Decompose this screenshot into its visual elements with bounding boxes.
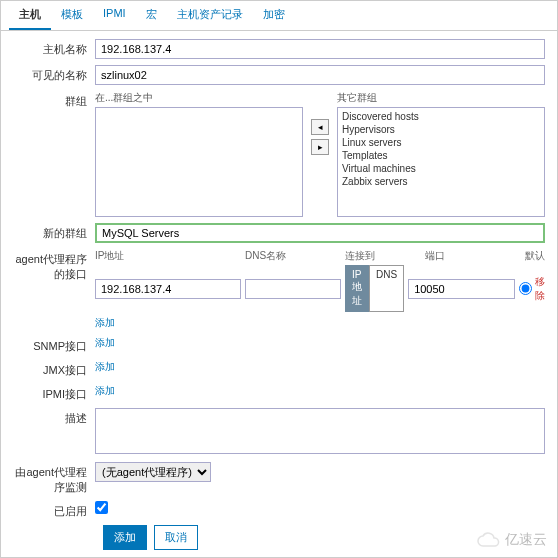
newgroup-label: 新的群组 (9, 223, 95, 241)
list-item[interactable]: Virtual machines (340, 162, 542, 175)
groups-label: 群组 (9, 91, 95, 109)
col-connect: 连接到 (345, 249, 425, 263)
cancel-button[interactable]: 取消 (154, 525, 198, 550)
ip-input[interactable] (95, 279, 241, 299)
watermark: 亿速云 (477, 531, 547, 549)
add-agent-link[interactable]: 添加 (95, 316, 545, 330)
hostname-input[interactable] (95, 39, 545, 59)
connect-ip-button[interactable]: IP地址 (345, 265, 369, 312)
list-item[interactable]: Zabbix servers (340, 175, 542, 188)
default-radio[interactable] (519, 282, 532, 295)
snmp-label: SNMP接口 (9, 336, 95, 354)
add-jmx-link[interactable]: 添加 (95, 361, 115, 372)
ingroups-label: 在...群组之中 (95, 91, 303, 105)
tab-encryption[interactable]: 加密 (253, 1, 295, 30)
list-item[interactable]: Hypervisors (340, 123, 542, 136)
tab-host[interactable]: 主机 (9, 1, 51, 30)
tab-templates[interactable]: 模板 (51, 1, 93, 30)
enabled-checkbox[interactable] (95, 501, 108, 514)
hostname-label: 主机名称 (9, 39, 95, 57)
agent-label: agent代理程序的接口 (9, 249, 95, 282)
col-dns: DNS名称 (245, 249, 345, 263)
dns-input[interactable] (245, 279, 341, 299)
connect-dns-button[interactable]: DNS (369, 265, 404, 312)
ipmi-label: IPMI接口 (9, 384, 95, 402)
tabs: 主机 模板 IPMI 宏 主机资产记录 加密 (1, 1, 557, 31)
othergroups-label: 其它群组 (337, 91, 545, 105)
tab-ipmi[interactable]: IPMI (93, 1, 136, 30)
visiblename-input[interactable] (95, 65, 545, 85)
visiblename-label: 可见的名称 (9, 65, 95, 83)
desc-label: 描述 (9, 408, 95, 426)
newgroup-input[interactable] (95, 223, 545, 243)
col-port: 端口 (425, 249, 475, 263)
remove-link[interactable]: 移除 (535, 275, 545, 303)
monitored-select[interactable]: (无agent代理程序) (95, 462, 211, 482)
add-ipmi-link[interactable]: 添加 (95, 385, 115, 396)
col-ip: IP地址 (95, 249, 245, 263)
list-item[interactable]: Templates (340, 149, 542, 162)
move-right-button[interactable]: ▸ (311, 139, 329, 155)
tab-inventory[interactable]: 主机资产记录 (167, 1, 253, 30)
ingroups-listbox[interactable] (95, 107, 303, 217)
jmx-label: JMX接口 (9, 360, 95, 378)
port-input[interactable] (408, 279, 515, 299)
othergroups-listbox[interactable]: Discovered hosts Hypervisors Linux serve… (337, 107, 545, 217)
list-item[interactable]: Linux servers (340, 136, 542, 149)
col-default: 默认 (475, 249, 545, 263)
cloud-icon (477, 532, 501, 548)
list-item[interactable]: Discovered hosts (340, 110, 542, 123)
add-snmp-link[interactable]: 添加 (95, 337, 115, 348)
add-button[interactable]: 添加 (103, 525, 147, 550)
move-left-button[interactable]: ◂ (311, 119, 329, 135)
tab-macros[interactable]: 宏 (136, 1, 167, 30)
enabled-label: 已启用 (9, 501, 95, 519)
desc-textarea[interactable] (95, 408, 545, 454)
monitored-label: 由agent代理程序监测 (9, 462, 95, 495)
